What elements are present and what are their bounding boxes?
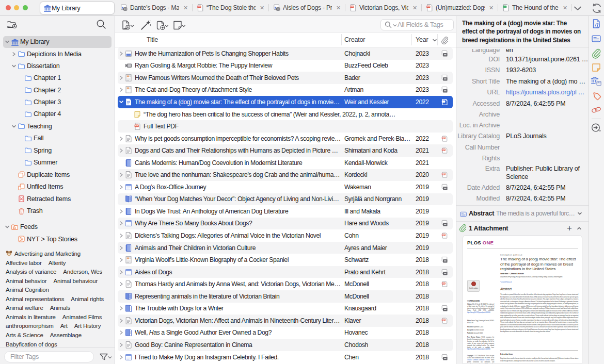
svg-text:PDF: PDF [442,173,445,175]
svg-text:PDF: PDF [198,6,201,8]
svg-text:PDF: PDF [427,6,430,8]
svg-text:PDF: PDF [351,6,354,8]
svg-text:PDF: PDF [442,319,445,321]
svg-text:PDF: PDF [442,137,445,139]
svg-text:PDF: PDF [442,149,445,151]
svg-text:PDF: PDF [442,234,445,236]
svg-text:PDF: PDF [442,283,445,285]
